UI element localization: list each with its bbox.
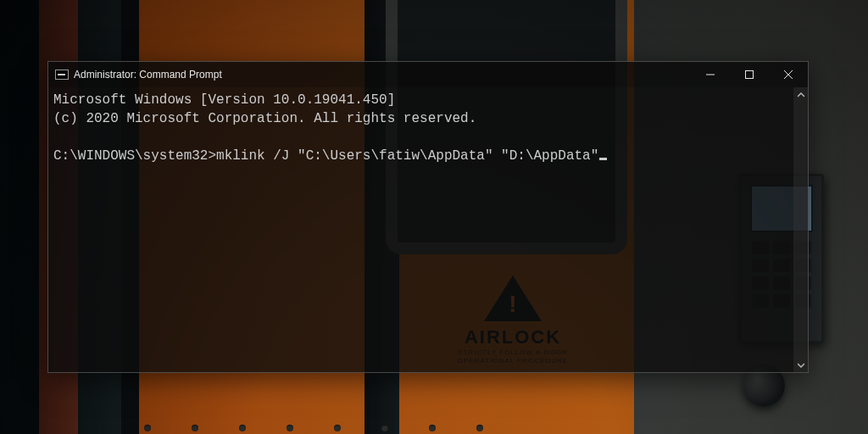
command-prompt-window[interactable]: Administrator: Command Prompt Microsoft … — [47, 61, 809, 373]
minimize-button[interactable] — [691, 62, 730, 87]
vertical-scrollbar[interactable] — [793, 87, 808, 372]
maximize-button[interactable] — [730, 62, 769, 87]
console-output[interactable]: Microsoft Windows [Version 10.0.19041.45… — [48, 87, 793, 372]
window-title: Administrator: Command Prompt — [74, 69, 222, 81]
svg-rect-1 — [746, 71, 754, 79]
scroll-down-icon[interactable] — [793, 358, 808, 372]
console-line-version: Microsoft Windows [Version 10.0.19041.45… — [53, 92, 395, 108]
cmd-icon — [55, 70, 69, 80]
console-prompt: C:\WINDOWS\system32> — [53, 148, 216, 164]
close-button[interactable] — [769, 62, 808, 87]
console-command: mklink /J "C:\Users\fatiw\AppData" "D:\A… — [216, 148, 598, 164]
titlebar[interactable]: Administrator: Command Prompt — [48, 62, 808, 87]
scroll-up-icon[interactable] — [793, 87, 808, 102]
text-cursor — [599, 158, 607, 160]
wallpaper-rivets — [144, 420, 809, 428]
console-line-copyright: (c) 2020 Microsoft Corporation. All righ… — [53, 111, 476, 126]
